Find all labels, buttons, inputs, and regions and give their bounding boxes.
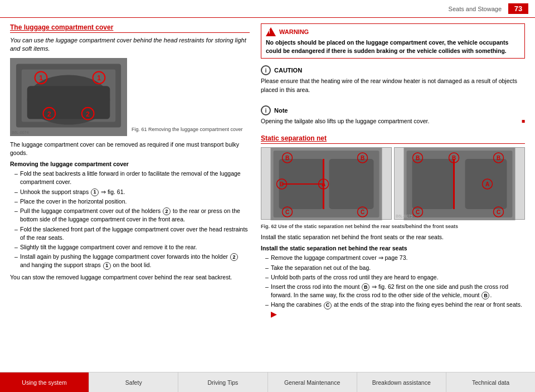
bullet-item-4: Pull the luggage compartment cover out o…: [14, 207, 250, 224]
figure61-image: 1 1 2 2 B6L-0074: [10, 58, 127, 136]
fig61-caption: Fig. 61 Removing the luggage compartment…: [132, 126, 243, 133]
removing-subheading: Removing the luggage compartment cover: [10, 161, 250, 167]
install-bullet-1: Remove the luggage compartment cover ⇒ p…: [265, 254, 525, 262]
callout-b: B: [362, 283, 369, 291]
install-subheading: Install the static separation net behind…: [261, 245, 525, 251]
callout-b2: B: [481, 292, 489, 299]
bullet-item-5: Fold the slackened front part of the lug…: [14, 225, 250, 242]
svg-text:C: C: [285, 209, 289, 215]
svg-text:D: D: [280, 181, 284, 187]
svg-text:B: B: [416, 155, 420, 161]
figure61-container: 1 1 2 2 B6L-0074 Fig. 61 Removin: [10, 58, 250, 136]
warning-label: WARNING: [279, 28, 309, 35]
footer-item-technical-data[interactable]: Technical data: [446, 372, 535, 392]
bullet-item-6: Slightly tilt the luggage compartment co…: [14, 243, 250, 251]
caution-header: i CAUTION: [261, 65, 525, 75]
note-header: i Note: [261, 105, 525, 115]
callout-2: 2: [163, 207, 171, 215]
bullet-item-2: Unhook the support straps 1 ⇒ fig. 61.: [14, 188, 250, 196]
fig61-caption-area: Fig. 61 Removing the luggage compartment…: [132, 58, 243, 136]
warning-header: WARNING: [266, 27, 520, 36]
note-label: Note: [274, 107, 288, 114]
callout-1: 1: [91, 188, 99, 196]
bullet-item-1: Fold the seat backrests a little forward…: [14, 170, 250, 186]
bullet-item-7: Install again by pushing the luggage com…: [14, 253, 250, 269]
continue-arrow: ▶: [271, 310, 276, 318]
footer-item-driving-tips[interactable]: Driving Tips: [178, 372, 268, 392]
install-bullet-2: Take the separation net out of the bag.: [265, 264, 525, 272]
section-end-marker: ■: [522, 117, 525, 125]
figure62-left: B B D A C C: [261, 147, 392, 220]
caution-icon: i: [261, 65, 271, 75]
svg-text:B: B: [361, 155, 364, 161]
svg-text:1: 1: [39, 74, 43, 82]
fig62-code: B6L-0075: [396, 214, 523, 218]
footer-item-safety[interactable]: Safety: [89, 372, 178, 392]
caution-box: i CAUTION Please ensure that the heating…: [261, 63, 525, 99]
footer-item-general-maintenance[interactable]: General Maintenance: [268, 372, 357, 392]
svg-rect-16: [329, 159, 374, 209]
svg-text:1: 1: [97, 74, 101, 82]
page-number: 73: [508, 3, 528, 14]
header-title: Seats and Stowage: [449, 6, 502, 12]
left-column: The luggage compartment cover You can us…: [10, 23, 250, 364]
static-section-title: Static separation net: [261, 134, 525, 144]
page-header: Seats and Stowage 73: [0, 0, 535, 18]
fig62-left-svg: B B D A C C: [261, 148, 391, 220]
note-text: Opening the tailgate also lifts up the l…: [261, 117, 525, 125]
note-icon: i: [261, 105, 271, 115]
warning-box: WARNING No objects should be placed on t…: [261, 23, 525, 59]
callout-c: C: [324, 302, 332, 309]
install-bullet-5: Hang the carabines C at the ends of the …: [265, 301, 525, 320]
svg-text:2: 2: [86, 110, 90, 118]
note-box: i Note Opening the tailgate also lifts u…: [261, 103, 525, 131]
caution-label: CAUTION: [274, 67, 302, 74]
luggage-section-title: The luggage compartment cover: [10, 23, 250, 33]
callout-2b: 2: [230, 253, 238, 261]
body-text-1: The luggage compartment cover can be rem…: [10, 141, 250, 157]
svg-text:A: A: [322, 181, 325, 187]
warning-text: No objects should be placed on the lugga…: [266, 38, 520, 55]
svg-rect-33: [412, 159, 454, 209]
install-bullet-3: Unfold both parts of the cross rod until…: [265, 273, 525, 282]
install-bullets: Remove the luggage compartment cover ⇒ p…: [261, 254, 525, 320]
bullet-item-3: Place the cover in the horizontal positi…: [14, 197, 250, 206]
intro-text: You can use the luggage compartment cove…: [10, 36, 250, 54]
figure62-right: B B B A C C B6L-0075: [394, 147, 525, 220]
body-text-2: You can stow the removed luggage compart…: [10, 273, 250, 282]
fig62-caption: Fig. 62 Use of the static separation net…: [261, 223, 525, 230]
install-bullet-4: Insert the cross rod into the mount B ⇒ …: [265, 283, 525, 299]
figure61-svg: 1 1 2 2: [11, 58, 127, 136]
footer-item-using-system[interactable]: Using the system: [0, 372, 89, 392]
svg-text:2: 2: [47, 110, 51, 118]
footer-item-breakdown[interactable]: Breakdown assistance: [357, 372, 446, 392]
svg-text:C: C: [361, 209, 364, 215]
svg-text:B: B: [497, 155, 500, 161]
warning-triangle-icon: [266, 27, 276, 36]
caution-text: Please ensure that the heating wire of t…: [261, 77, 525, 94]
fig62-right-svg: B B B A C C: [395, 148, 524, 220]
right-column: WARNING No objects should be placed on t…: [261, 23, 525, 364]
figure62-container: B B D A C C: [261, 147, 525, 220]
svg-text:A: A: [485, 181, 489, 187]
callout-1b: 1: [103, 262, 111, 270]
svg-rect-4: [27, 86, 110, 119]
main-content: The luggage compartment cover You can us…: [0, 18, 535, 370]
static-body1: Install the static separation net behind…: [261, 233, 525, 241]
svg-text:B: B: [285, 155, 289, 161]
footer-nav: Using the system Safety Driving Tips Gen…: [0, 372, 535, 392]
svg-text:B: B: [452, 155, 456, 161]
removing-bullets: Fold the seat backrests a little forward…: [10, 170, 250, 269]
fig61-code: B6L-0074: [12, 130, 28, 134]
